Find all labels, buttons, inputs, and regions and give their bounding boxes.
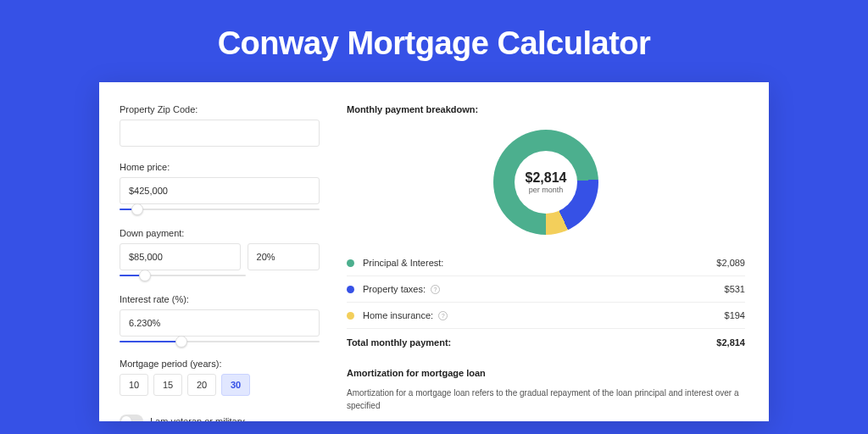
- down-payment-slider[interactable]: [120, 270, 246, 281]
- total-value: $2,814: [716, 337, 745, 348]
- mortgage-period-option-20[interactable]: 20: [187, 374, 216, 396]
- mortgage-period-option-10[interactable]: 10: [120, 374, 148, 396]
- legend-label: Home insurance:?: [363, 310, 725, 320]
- mortgage-period-options: 10152030: [120, 374, 320, 396]
- legend-value: $194: [725, 310, 745, 320]
- down-payment-label: Down payment:: [120, 228, 320, 238]
- legend-value: $531: [725, 284, 745, 294]
- slider-thumb[interactable]: [139, 270, 151, 281]
- breakdown-title: Monthly payment breakdown:: [347, 104, 745, 114]
- legend-row: Property taxes:?$531: [347, 276, 745, 303]
- donut-chart: $2,814 per month: [347, 123, 745, 242]
- mortgage-period-option-30[interactable]: 30: [221, 374, 250, 396]
- legend-row: Principal & Interest:$2,089: [347, 250, 745, 276]
- interest-rate-label: Interest rate (%):: [120, 294, 320, 304]
- info-icon[interactable]: ?: [431, 285, 440, 294]
- donut-center-sub: per month: [529, 186, 564, 194]
- info-icon[interactable]: ?: [438, 311, 448, 320]
- legend: Principal & Interest:$2,089Property taxe…: [347, 250, 745, 329]
- legend-dot: [347, 312, 354, 320]
- total-label: Total monthly payment:: [347, 337, 716, 348]
- input-panel: Property Zip Code: Home price: Down paym…: [99, 82, 337, 421]
- field-home-price: Home price:: [120, 162, 320, 214]
- amortization-body: Amortization for a mortgage loan refers …: [347, 387, 745, 412]
- legend-label: Principal & Interest:: [363, 258, 716, 268]
- calculator-card: Property Zip Code: Home price: Down paym…: [99, 82, 769, 421]
- legend-dot: [347, 259, 354, 267]
- total-row: Total monthly payment: $2,814: [347, 329, 745, 356]
- legend-label: Property taxes:?: [363, 284, 725, 294]
- field-down-payment: Down payment:: [120, 228, 320, 281]
- donut: $2,814 per month: [493, 130, 598, 235]
- amortization-section: Amortization for mortgage loan Amortizat…: [347, 368, 745, 412]
- interest-rate-input[interactable]: [120, 309, 320, 337]
- legend-value: $2,089: [716, 258, 745, 268]
- zip-input[interactable]: [120, 120, 320, 147]
- mortgage-period-label: Mortgage period (years):: [120, 359, 320, 369]
- amortization-title: Amortization for mortgage loan: [347, 368, 745, 378]
- home-price-input[interactable]: [120, 177, 320, 204]
- veteran-label: I am veteran or military: [150, 416, 245, 421]
- legend-row: Home insurance:?$194: [347, 303, 745, 329]
- zip-label: Property Zip Code:: [120, 104, 320, 114]
- mortgage-period-option-15[interactable]: 15: [153, 374, 182, 396]
- veteran-toggle[interactable]: [120, 415, 143, 421]
- donut-center-value: $2,814: [526, 170, 567, 186]
- home-price-label: Home price:: [120, 162, 320, 172]
- legend-dot: [347, 286, 354, 293]
- page-title: Conway Mortgage Calculator: [218, 25, 651, 62]
- slider-thumb[interactable]: [175, 336, 187, 348]
- field-zip: Property Zip Code:: [120, 104, 320, 147]
- interest-rate-slider[interactable]: [120, 337, 320, 347]
- slider-thumb[interactable]: [131, 203, 143, 215]
- home-price-slider[interactable]: [120, 204, 320, 214]
- field-interest-rate: Interest rate (%):: [120, 294, 320, 347]
- down-payment-amount-input[interactable]: [120, 243, 241, 270]
- veteran-row: I am veteran or military: [120, 415, 320, 421]
- down-payment-percent-input[interactable]: [248, 243, 320, 270]
- field-mortgage-period: Mortgage period (years): 10152030: [120, 359, 320, 396]
- breakdown-panel: Monthly payment breakdown: $2,814 per mo…: [337, 82, 769, 421]
